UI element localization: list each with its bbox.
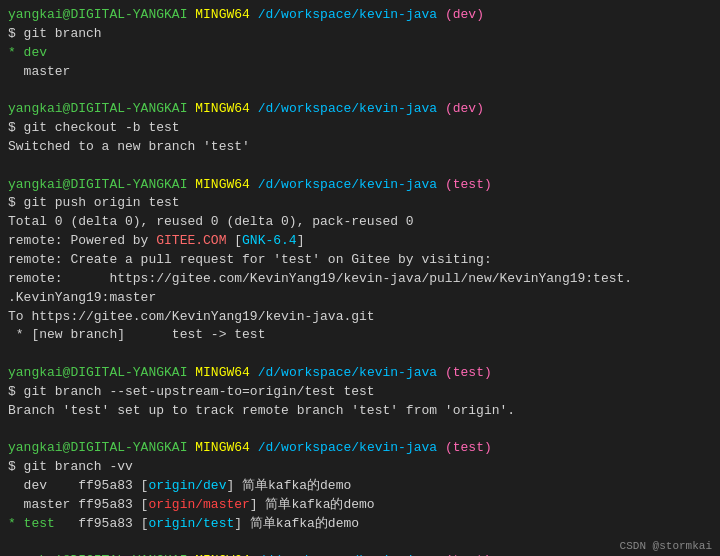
blank-2 [8, 157, 712, 176]
output-3a: Total 0 (delta 0), reused 0 (delta 0), p… [8, 213, 712, 232]
blank-3 [8, 345, 712, 364]
output-3b: remote: Powered by GITEE.COM [GNK-6.4] [8, 232, 712, 251]
prompt-line-1: yangkai@DIGITAL-YANGKAI MINGW64 /d/works… [8, 6, 712, 25]
output-1b: master [8, 63, 712, 82]
cmd-line-3: $ git push origin test [8, 194, 712, 213]
blank-5 [8, 534, 712, 553]
terminal: yangkai@DIGITAL-YANGKAI MINGW64 /d/works… [0, 0, 720, 556]
prompt-line-4: yangkai@DIGITAL-YANGKAI MINGW64 /d/works… [8, 364, 712, 383]
prompt-line-5: yangkai@DIGITAL-YANGKAI MINGW64 /d/works… [8, 439, 712, 458]
cmd-line-1: $ git branch [8, 25, 712, 44]
output-1a: * dev [8, 44, 712, 63]
blank-1 [8, 81, 712, 100]
output-5c: * test ff95a83 [origin/test] 简单kafka的dem… [8, 515, 712, 534]
cmd-line-2: $ git checkout -b test [8, 119, 712, 138]
blank-4 [8, 421, 712, 440]
output-3f: To https://gitee.com/KevinYang19/kevin-j… [8, 308, 712, 327]
prompt-line-6: yangkai@DIGITAL-YANGKAI MINGW64 /d/works… [8, 552, 712, 556]
prompt-line-2: yangkai@DIGITAL-YANGKAI MINGW64 /d/works… [8, 100, 712, 119]
output-3c: remote: Create a pull request for 'test'… [8, 251, 712, 270]
output-3g: * [new branch] test -> test [8, 326, 712, 345]
prompt-line-3: yangkai@DIGITAL-YANGKAI MINGW64 /d/works… [8, 176, 712, 195]
watermark: CSDN @stormkai [620, 540, 712, 552]
output-5a: dev ff95a83 [origin/dev] 简单kafka的demo [8, 477, 712, 496]
output-5b: master ff95a83 [origin/master] 简单kafka的d… [8, 496, 712, 515]
output-4a: Branch 'test' set up to track remote bra… [8, 402, 712, 421]
cmd-line-4: $ git branch --set-upstream-to=origin/te… [8, 383, 712, 402]
output-3d: remote: https://gitee.com/KevinYang19/ke… [8, 270, 712, 289]
cmd-line-5: $ git branch -vv [8, 458, 712, 477]
output-2a: Switched to a new branch 'test' [8, 138, 712, 157]
output-3e: .KevinYang19:master [8, 289, 712, 308]
